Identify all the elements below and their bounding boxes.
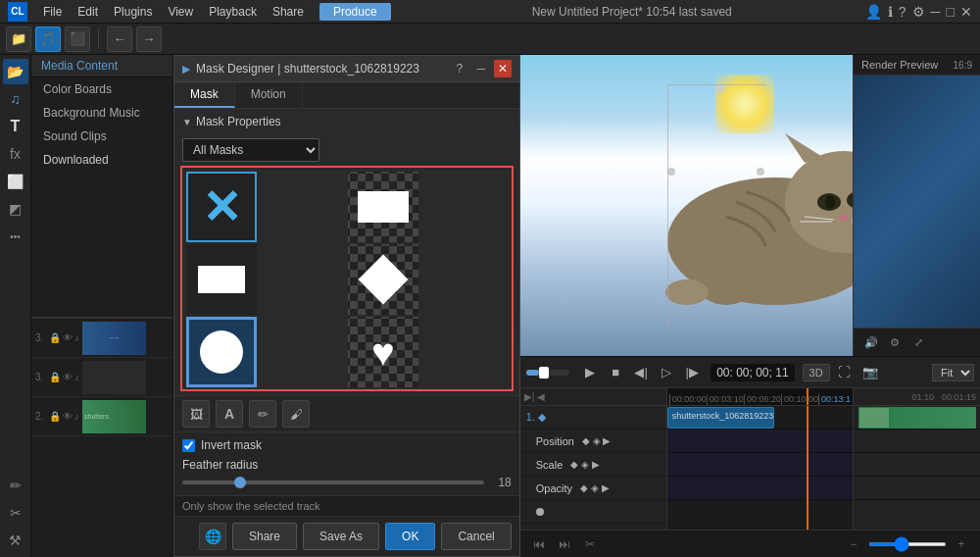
feather-slider[interactable] <box>182 481 484 484</box>
menu-share[interactable]: Share <box>265 3 312 21</box>
minimize-mask-icon[interactable]: ─ <box>472 60 490 77</box>
media-content-icon[interactable]: 📂 <box>3 59 28 84</box>
background-music-item[interactable]: Background Music <box>31 101 172 125</box>
track-audio-icon[interactable]: ♪ <box>74 332 79 343</box>
track2-lock-icon[interactable]: 🔒 <box>49 372 61 382</box>
prev-frame-button[interactable]: ◀| <box>630 362 652 383</box>
mask-cell-heart[interactable]: ♥ <box>348 317 418 387</box>
bt-zoom-out[interactable]: − <box>843 533 864 555</box>
import-button[interactable]: 📁 <box>6 26 31 52</box>
track-eye-icon[interactable]: 👁 <box>63 332 73 343</box>
mask-cell-x[interactable]: ✕ <box>186 172 257 242</box>
seekbar-handle[interactable] <box>539 367 549 379</box>
help-icon[interactable]: ? <box>451 60 468 77</box>
svg-point-13 <box>702 276 751 305</box>
sound-clips-item[interactable]: Sound Clips <box>31 125 172 148</box>
rp-volume-icon[interactable]: 🔊 <box>861 332 881 352</box>
menu-plugins[interactable]: Plugins <box>106 3 160 21</box>
control-point-top[interactable] <box>716 84 724 92</box>
opacity-keyframe-icon[interactable]: ◆ ◈ ▶ <box>580 482 610 493</box>
music-icon[interactable]: ♫ <box>3 86 28 112</box>
text-tool-btn[interactable]: A <box>216 400 243 428</box>
play-slow-button[interactable]: ▷ <box>656 362 677 383</box>
scale-keyframe-icon[interactable]: ◆ ◈ ▶ <box>570 459 600 470</box>
maximize-icon[interactable]: □ <box>947 4 955 20</box>
close-mask-icon[interactable]: ✕ <box>494 60 512 77</box>
bt-split-button[interactable]: ✂ <box>579 533 601 555</box>
mask-cell-rect[interactable] <box>348 172 418 242</box>
downloaded-item[interactable]: Downloaded <box>31 148 172 172</box>
track2-eye-icon[interactable]: 👁 <box>63 372 73 382</box>
bt-prev-button[interactable]: ⏮ <box>528 533 550 555</box>
ok-button[interactable]: OK <box>385 523 435 550</box>
svg-marker-2 <box>785 133 824 163</box>
invert-mask-checkbox[interactable] <box>182 439 195 452</box>
media-button[interactable]: 🎵 <box>35 26 61 52</box>
menu-file[interactable]: File <box>35 3 70 21</box>
tab-mask[interactable]: Mask <box>174 82 235 108</box>
scissor-icon[interactable]: ✂ <box>3 500 28 526</box>
track3-eye-icon[interactable]: 👁 <box>63 411 73 422</box>
timeline-zoom-slider[interactable] <box>868 542 947 546</box>
next-frame-button[interactable]: |▶ <box>681 362 703 383</box>
control-point-right[interactable] <box>757 168 764 176</box>
gear-icon[interactable]: ⚙ <box>912 4 925 20</box>
filter-icon[interactable]: ⬜ <box>3 169 28 194</box>
snapshot-button[interactable]: 📷 <box>859 362 881 383</box>
transitions-button[interactable]: ⬛ <box>65 26 90 52</box>
mask-bottom-buttons: 🌐 Share Save As OK Cancel <box>174 516 519 556</box>
play-button[interactable]: ▶ <box>579 362 601 383</box>
3d-view-button[interactable]: 3D <box>803 364 830 381</box>
track-lock-icon[interactable]: 🔒 <box>49 332 61 343</box>
track3-lock-icon[interactable]: 🔒 <box>49 411 61 422</box>
menu-view[interactable]: View <box>160 3 201 21</box>
preview-canvas[interactable] <box>520 55 853 356</box>
timeline-content[interactable]: shutterstock_1062819223.mov <box>667 406 853 530</box>
right-thumb-1 <box>854 406 980 430</box>
pen-icon[interactable]: ✏ <box>3 473 28 498</box>
timeline-ruler[interactable]: 00:00:00 00:03:10 00:06:20 00:10:00 00:1… <box>667 388 853 405</box>
media-content-tab[interactable]: Media Content <box>31 55 172 77</box>
paint-tool-btn[interactable]: 🖌 <box>282 400 310 428</box>
track3-audio-icon[interactable]: ♪ <box>74 411 79 422</box>
bt-next-button[interactable]: ⏭ <box>554 533 575 555</box>
track2-audio-icon[interactable]: ♪ <box>74 372 79 382</box>
save-as-button[interactable]: Save As <box>303 523 379 550</box>
image-tool-btn[interactable]: 🖼 <box>182 400 210 428</box>
bt-zoom-in[interactable]: + <box>951 533 972 555</box>
color-boards-item[interactable]: Color Boards <box>31 77 172 101</box>
mask-cell-star[interactable]: ★ <box>186 389 257 391</box>
back-button[interactable]: ← <box>107 26 132 52</box>
rp-expand-icon[interactable]: ⤢ <box>908 332 928 352</box>
more-icon[interactable]: ••• <box>3 224 28 249</box>
close-icon[interactable]: ✕ <box>960 4 972 20</box>
mask-filter-select[interactable]: All Masks Basic Custom <box>182 138 319 162</box>
control-point-left[interactable] <box>667 168 675 176</box>
effects-icon[interactable]: fx <box>3 141 28 167</box>
overlay-icon[interactable]: ◩ <box>3 196 28 222</box>
mask-cell-circle[interactable] <box>186 317 257 387</box>
info-icon: ℹ <box>888 4 893 20</box>
fullscreen-button[interactable]: ⛶ <box>834 362 856 383</box>
mask-cell-stamp[interactable] <box>348 389 418 391</box>
cancel-button[interactable]: Cancel <box>441 523 511 550</box>
text-icon[interactable]: T <box>3 114 28 139</box>
minimize-icon[interactable]: ─ <box>931 4 941 20</box>
stop-button[interactable]: ■ <box>605 362 626 383</box>
rp-settings-icon[interactable]: ⚙ <box>885 332 905 352</box>
position-keyframe-icon[interactable]: ◆ ◈ ▶ <box>582 435 612 446</box>
menu-playback[interactable]: Playback <box>201 3 265 21</box>
preview-seekbar[interactable] <box>526 370 569 376</box>
fit-select[interactable]: Fit <box>932 364 974 381</box>
tab-motion[interactable]: Motion <box>235 82 303 108</box>
share-button[interactable]: Share <box>232 523 297 550</box>
pen-tool-btn[interactable]: ✏ <box>249 400 276 428</box>
tool-icon[interactable]: ⚒ <box>3 528 28 553</box>
mask-cell-diamond[interactable] <box>348 244 418 315</box>
main-video-clip[interactable]: shutterstock_1062819223.mov <box>667 407 774 429</box>
menu-edit[interactable]: Edit <box>70 3 106 21</box>
mask-cell-rect2[interactable] <box>186 244 257 315</box>
produce-button[interactable]: Produce <box>319 3 391 21</box>
globe-icon-btn[interactable]: 🌐 <box>199 523 226 550</box>
forward-button[interactable]: → <box>136 26 162 52</box>
